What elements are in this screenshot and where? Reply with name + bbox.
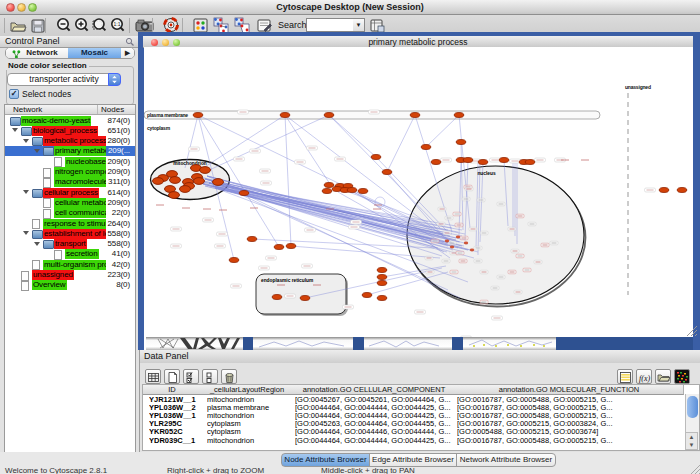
svg-text:nucleus: nucleus xyxy=(477,171,495,176)
svg-text:unassigned: unassigned xyxy=(625,84,651,90)
svg-text:f(x): f(x) xyxy=(639,374,650,383)
svg-text:mitochondrion: mitochondrion xyxy=(173,161,207,166)
svg-text:cytoplasm: cytoplasm xyxy=(147,125,171,131)
svg-text:endoplasmic reticulum: endoplasmic reticulum xyxy=(261,278,313,283)
svg-text:1:1: 1:1 xyxy=(114,21,121,27)
svg-text:plasma membrane: plasma membrane xyxy=(147,112,188,118)
